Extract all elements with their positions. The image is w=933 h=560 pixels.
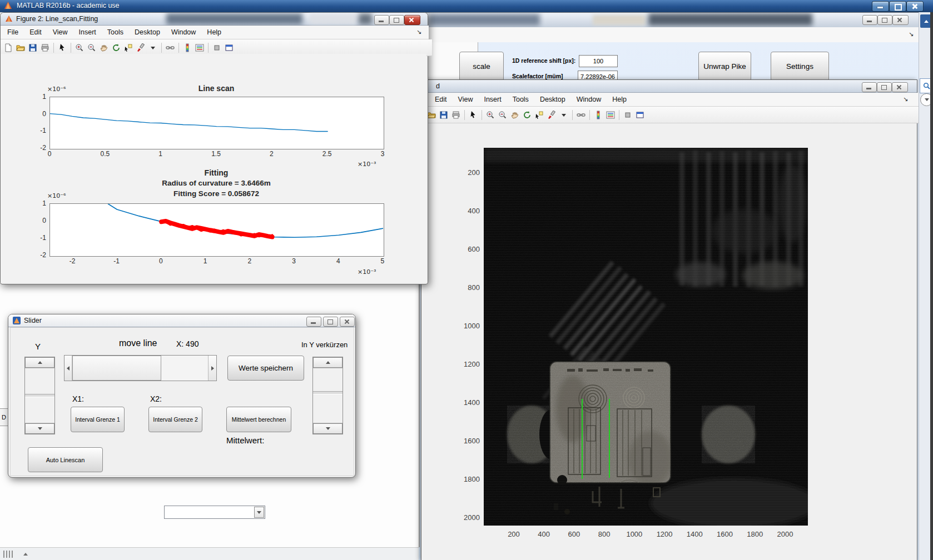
- zoom-out-icon[interactable]: [497, 109, 508, 121]
- fitting-axes[interactable]: [49, 203, 384, 257]
- menu-item-desktop[interactable]: Desktop: [129, 27, 166, 38]
- brush-icon[interactable]: [135, 42, 146, 53]
- menu-item-file[interactable]: File: [2, 27, 24, 38]
- save-icon[interactable]: [438, 109, 449, 121]
- slider-down-button[interactable]: [25, 423, 54, 434]
- menu-item-help[interactable]: Help: [607, 94, 632, 105]
- restore-button[interactable]: [877, 15, 892, 25]
- auto-linescan-button[interactable]: Auto Linescan: [28, 447, 103, 472]
- menu-item-edit[interactable]: Edit: [24, 27, 47, 38]
- mittelwert-berechnen-button[interactable]: Mittelwert berechnen: [226, 407, 291, 432]
- arrow-cursor-icon[interactable]: [57, 42, 68, 53]
- slider-down-button[interactable]: [313, 423, 343, 434]
- minimize-button[interactable]: [872, 1, 889, 12]
- menu-item-window[interactable]: Window: [166, 27, 201, 38]
- werte-speichern-button[interactable]: Werte speichern: [227, 356, 304, 381]
- scale-button[interactable]: scale: [459, 52, 504, 81]
- minimize-button[interactable]: [374, 15, 389, 25]
- menu-item-edit[interactable]: Edit: [429, 94, 453, 105]
- dock-figure-icon[interactable]: [634, 109, 646, 121]
- insert-colorbar-icon[interactable]: [182, 42, 193, 53]
- close-button[interactable]: [892, 15, 909, 25]
- save-icon[interactable]: [27, 42, 38, 53]
- insert-legend-icon[interactable]: [194, 42, 205, 53]
- rotate-3d-icon[interactable]: [522, 109, 533, 121]
- camera-image[interactable]: [484, 148, 808, 526]
- new-doc-icon[interactable]: [3, 42, 14, 53]
- minimize-button[interactable]: [862, 82, 877, 92]
- gui-titlebar[interactable]: [359, 13, 919, 28]
- zoom-in-icon[interactable]: [74, 42, 85, 53]
- pan-hand-icon[interactable]: [509, 109, 520, 121]
- interval-grenze2-button[interactable]: Interval Grenze 2: [148, 407, 202, 432]
- move-line-slider[interactable]: [64, 355, 217, 381]
- close-button[interactable]: [340, 317, 355, 327]
- restore-button[interactable]: [889, 1, 906, 12]
- slider-track[interactable]: [161, 356, 208, 381]
- data-cursor-icon[interactable]: [123, 42, 134, 53]
- close-button[interactable]: [906, 1, 924, 12]
- slider-track[interactable]: [313, 368, 343, 391]
- close-button[interactable]: [892, 82, 908, 92]
- panel-expand-icon[interactable]: [23, 553, 28, 556]
- data-cursor-icon[interactable]: [534, 109, 545, 121]
- slider-track[interactable]: [25, 368, 54, 394]
- caret-down-icon[interactable]: [147, 42, 158, 53]
- menu-item-tools[interactable]: Tools: [507, 94, 534, 105]
- unwrap-pike-button[interactable]: Unwrap Pike: [698, 52, 751, 81]
- settings-button[interactable]: Settings: [771, 52, 829, 81]
- restore-button[interactable]: [389, 15, 404, 25]
- matlab-main-titlebar[interactable]: MATLAB R2016b - academic use: [0, 0, 933, 12]
- pan-hand-icon[interactable]: [98, 42, 110, 53]
- slider-left-button[interactable]: [64, 356, 72, 381]
- collapse-arrow-icon[interactable]: ↘: [903, 96, 908, 103]
- y-slider-right[interactable]: [312, 357, 343, 434]
- brush-icon[interactable]: [546, 109, 557, 121]
- close-button[interactable]: [404, 15, 420, 25]
- figure2-titlebar[interactable]: Figure 2: Line_scan,Fitting: [1, 13, 428, 26]
- insert-legend-icon[interactable]: [605, 109, 616, 121]
- slider-track[interactable]: [313, 394, 343, 423]
- insert-colorbar-icon[interactable]: [593, 109, 604, 121]
- dock-figure-icon[interactable]: [224, 42, 235, 53]
- restore-button[interactable]: [877, 82, 892, 92]
- slider-titlebar[interactable]: Slider: [8, 314, 355, 327]
- menu-item-view[interactable]: View: [47, 27, 73, 38]
- print-icon[interactable]: [39, 42, 51, 53]
- menu-item-window[interactable]: Window: [571, 94, 607, 105]
- collapse-arrow-icon[interactable]: ↘: [909, 31, 914, 38]
- zoom-in-icon[interactable]: [485, 109, 496, 121]
- rotate-3d-icon[interactable]: [111, 42, 122, 53]
- minimize-button[interactable]: [306, 317, 321, 327]
- slider-right-button[interactable]: [208, 356, 216, 381]
- print-icon[interactable]: [450, 109, 461, 121]
- caret-down-icon[interactable]: [558, 109, 569, 121]
- menu-item-tools[interactable]: Tools: [102, 27, 129, 38]
- drag-grip-icon[interactable]: [3, 551, 13, 558]
- dock-small-icon[interactable]: [622, 109, 633, 121]
- linescan-axes[interactable]: [49, 97, 384, 149]
- ref-shift-input[interactable]: 100: [579, 55, 618, 67]
- restore-button[interactable]: [323, 317, 338, 327]
- collapse-arrow-icon[interactable]: ↘: [416, 28, 421, 36]
- y-slider-left[interactable]: [24, 357, 55, 434]
- zoom-out-icon[interactable]: [86, 42, 97, 53]
- dropdown-arrow-button[interactable]: [254, 507, 264, 518]
- menu-item-help[interactable]: Help: [201, 27, 227, 38]
- menu-item-insert[interactable]: Insert: [478, 94, 507, 105]
- menu-item-view[interactable]: View: [453, 94, 479, 105]
- slider-track[interactable]: [25, 397, 54, 423]
- dropdown-combobox[interactable]: [164, 506, 265, 519]
- arrow-cursor-icon[interactable]: [468, 109, 479, 121]
- dock-small-icon[interactable]: [211, 42, 222, 53]
- minimize-button[interactable]: [862, 15, 877, 25]
- interval-grenze1-button[interactable]: Interval Grenze 1: [71, 407, 125, 432]
- slider-up-button[interactable]: [313, 357, 343, 368]
- open-folder-icon[interactable]: [15, 42, 26, 53]
- menu-item-desktop[interactable]: Desktop: [534, 94, 571, 105]
- slider-thumb[interactable]: [72, 356, 161, 381]
- figure-right-titlebar[interactable]: d: [421, 80, 917, 93]
- link-plots-icon[interactable]: [165, 42, 176, 53]
- docked-tab-d[interactable]: D: [0, 408, 8, 426]
- slider-up-button[interactable]: [25, 357, 54, 368]
